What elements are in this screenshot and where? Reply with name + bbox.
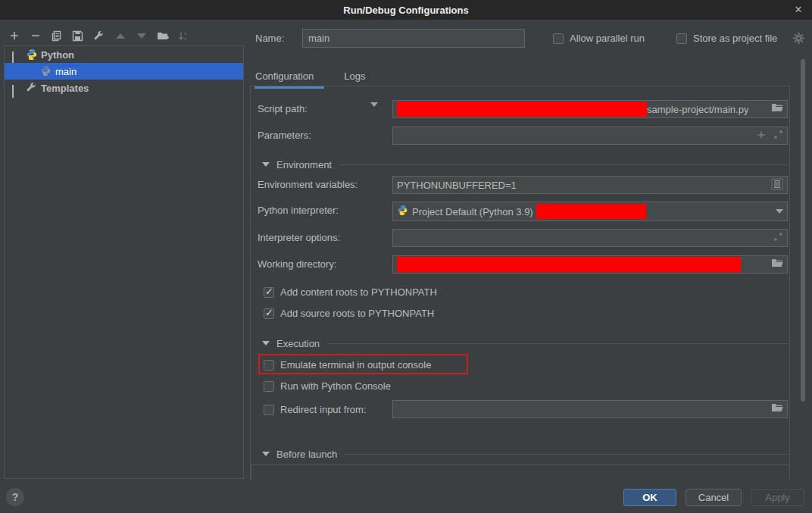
run-debug-configurations-dialog: Run/Debug Configurations ✕ az [0, 0, 812, 513]
chevron-down-icon[interactable] [12, 52, 18, 58]
tree-item-label: main [55, 66, 77, 77]
cancel-button[interactable]: Cancel [686, 489, 742, 506]
parameters-label: Parameters: [258, 130, 311, 141]
checkbox-label: Redirect input from: [280, 404, 366, 415]
add-content-roots-checkbox[interactable]: Add content roots to PYTHONPATH [264, 286, 437, 298]
python-icon [397, 205, 408, 218]
python-interpreter-value: Project Default (Python 3.9) [412, 206, 533, 217]
save-configuration-icon[interactable] [71, 30, 84, 42]
section-title: Execution [276, 338, 320, 349]
help-button[interactable]: ? [6, 488, 24, 506]
python-interpreter-row: Python interpreter: Project Default (Pyt… [251, 202, 789, 220]
checkbox-box[interactable] [264, 308, 274, 319]
python-interpreter-label: Python interpreter: [258, 205, 339, 216]
checkbox-box[interactable] [264, 287, 274, 298]
checkbox-box[interactable] [264, 381, 274, 392]
edit-variables-icon[interactable] [771, 178, 783, 192]
tree-item-python[interactable]: Python [5, 46, 243, 63]
checkbox-box[interactable] [264, 360, 274, 371]
python-interpreter-combobox[interactable]: Project Default (Python 3.9) [392, 202, 788, 221]
collapse-triangle-icon[interactable] [262, 341, 270, 346]
title-bar: Run/Debug Configurations ✕ [0, 0, 812, 20]
before-launch-task-list[interactable] [251, 465, 790, 480]
script-path-label: Script path: [258, 103, 308, 114]
run-with-python-console-checkbox[interactable]: Run with Python Console [264, 380, 391, 392]
environment-variables-label: Environment variables: [258, 179, 358, 190]
tree-item-templates[interactable]: Templates [5, 80, 243, 96]
environment-section-header[interactable]: Environment [251, 158, 789, 170]
redirect-input-field[interactable] [392, 400, 788, 418]
redaction-bar [397, 102, 647, 117]
configurations-tree: Python main Templates [4, 45, 244, 479]
checkbox-box[interactable] [676, 33, 687, 44]
interpreter-options-row: Interpreter options: [251, 229, 789, 247]
add-macro-icon[interactable] [757, 130, 766, 142]
browse-folder-icon[interactable] [771, 258, 783, 271]
chevron-right-icon[interactable] [12, 85, 18, 91]
script-path-value: sample-project/main.py [647, 104, 748, 115]
parameters-field[interactable] [392, 127, 788, 145]
expand-field-icon[interactable] [773, 232, 783, 244]
browse-folder-icon[interactable] [771, 403, 783, 416]
collapse-triangle-icon[interactable] [262, 162, 270, 167]
before-launch-section-header[interactable]: Before launch [251, 448, 789, 460]
name-label: Name: [255, 33, 284, 44]
python-icon [26, 48, 38, 61]
tree-item-label: Python [41, 49, 74, 61]
script-path-row: Script path: sample-project/main.py [251, 100, 789, 118]
allow-parallel-run-checkbox[interactable]: Allow parallel run [553, 33, 645, 44]
browse-folder-icon[interactable] [771, 103, 783, 116]
expand-field-icon[interactable] [773, 130, 783, 142]
redirect-input-checkbox[interactable]: Redirect input from: [264, 404, 366, 415]
svg-text:a: a [184, 31, 187, 36]
redaction-bar [397, 257, 741, 272]
store-as-project-file-checkbox[interactable]: Store as project file [676, 33, 777, 44]
checkbox-label: Store as project file [693, 33, 777, 44]
vertical-scrollbar-thumb[interactable] [801, 59, 805, 402]
collapse-triangle-icon[interactable] [262, 452, 270, 456]
environment-variables-value: PYTHONUNBUFFERED=1 [397, 180, 517, 191]
working-directory-row: Working directory: [251, 255, 789, 274]
environment-variables-row: Environment variables: PYTHONUNBUFFERED=… [251, 176, 789, 194]
checkbox-box[interactable] [553, 33, 564, 44]
interpreter-options-label: Interpreter options: [258, 232, 340, 243]
configurations-toolbar: az [8, 29, 190, 42]
move-up-icon[interactable] [114, 30, 126, 42]
name-input[interactable] [302, 29, 525, 48]
emulate-terminal-checkbox[interactable]: Emulate terminal in output console [264, 359, 431, 371]
remove-configuration-button[interactable] [29, 30, 42, 42]
checkbox-label: Add source roots to PYTHONPATH [280, 308, 434, 319]
environment-variables-field[interactable]: PYTHONUNBUFFERED=1 [392, 176, 788, 194]
script-path-type-chevron-icon[interactable] [370, 107, 378, 118]
move-down-icon[interactable] [135, 30, 148, 42]
ok-button[interactable]: OK [623, 489, 676, 506]
parameters-row: Parameters: [251, 127, 789, 145]
new-folder-icon[interactable] [156, 30, 169, 42]
templates-wrench-icon [26, 82, 38, 94]
copy-configuration-icon[interactable] [50, 30, 63, 42]
tree-item-label: Templates [41, 83, 89, 94]
section-title: Before launch [276, 449, 337, 460]
checkbox-label: Emulate terminal in output console [280, 359, 431, 371]
interpreter-options-field[interactable] [392, 229, 788, 247]
apply-button[interactable]: Apply [751, 489, 804, 506]
checkbox-box[interactable] [264, 405, 274, 415]
sort-alphabetically-icon[interactable]: az [177, 30, 190, 42]
store-options-gear-icon[interactable] [792, 32, 805, 47]
working-directory-field[interactable] [392, 255, 788, 274]
section-title: Environment [276, 159, 332, 170]
python-script-icon [40, 65, 52, 77]
edit-templates-wrench-icon[interactable] [92, 30, 105, 42]
script-path-field[interactable]: sample-project/main.py [392, 100, 788, 118]
tree-item-main-selected[interactable]: main [5, 63, 243, 80]
combobox-arrow-icon[interactable] [776, 209, 783, 214]
working-directory-label: Working directory: [258, 258, 337, 270]
add-configuration-button[interactable] [8, 30, 20, 42]
svg-text:z: z [184, 36, 186, 41]
configuration-form: Script path: sample-project/main.py Para… [250, 86, 790, 480]
dialog-title: Run/Debug Configurations [343, 5, 468, 16]
redirect-input-row: Redirect input from: [251, 400, 789, 418]
execution-section-header[interactable]: Execution [251, 337, 789, 349]
add-source-roots-checkbox[interactable]: Add source roots to PYTHONPATH [264, 308, 434, 319]
close-icon[interactable]: ✕ [791, 2, 806, 17]
